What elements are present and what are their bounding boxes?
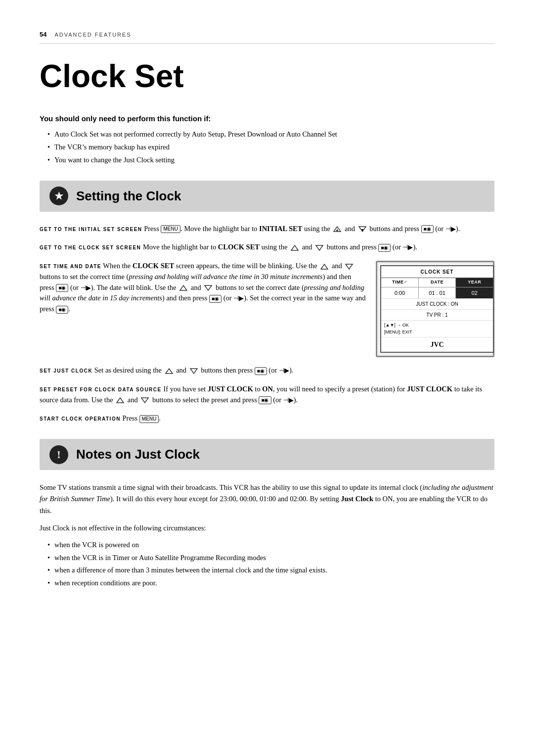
notes-bullets: when the VCR is powered on when the VCR … <box>40 540 494 589</box>
ok-button6-icon: ■◉ <box>255 367 267 375</box>
vcr-title: CLOCK SET <box>381 266 493 278</box>
vcr-control-line2: [MENU]: EXIT <box>384 329 490 336</box>
vcr-year-val: 02 <box>456 287 493 299</box>
step3-block: SET TIME AND DATE When the CLOCK SET scr… <box>40 261 494 357</box>
section2-header: ! Notes on Just Clock <box>40 439 494 470</box>
step6-block: START CLOCK OPERATION Press MENU. <box>40 413 494 424</box>
section-label: ADVANCED FEATURES <box>54 31 131 39</box>
notes-para2: Just Clock is not effective in the follo… <box>40 522 494 534</box>
vcr-screen-image: CLOCK SET TIME♂ DATE YEAR 0:00 01 . 01 0… <box>376 261 494 357</box>
down-arrow6-icon <box>139 396 150 405</box>
section2-title: Notes on Just Clock <box>76 445 200 464</box>
svg-marker-9 <box>205 285 212 290</box>
step4-text: Set as desired using the and buttons the… <box>94 366 294 374</box>
step3-content: When the CLOCK SET screen appears, the t… <box>40 262 366 313</box>
vcr-col-time: TIME♂ <box>381 278 419 287</box>
enter4-icon: ⊣▶ <box>233 294 244 302</box>
down-arrow2-icon <box>314 243 325 252</box>
svg-text:▲: ▲ <box>336 228 339 232</box>
up-arrow-icon: ▲ <box>332 225 343 234</box>
ok-button7-icon: ■◉ <box>259 396 271 404</box>
step2-text: Move the highlight bar to CLOCK SET usin… <box>143 243 417 251</box>
menu-button-icon: MENU <box>161 225 180 233</box>
step6-text: Press MENU. <box>123 414 161 422</box>
vcr-control-line1: [▲▼] → OK <box>384 322 490 329</box>
warning-bullet-3: You want to change the Just Clock settin… <box>47 155 494 166</box>
step1-text: Press MENU. Move the highlight bar to IN… <box>144 225 460 233</box>
vcr-time-val: 0:00 <box>381 287 419 299</box>
ok-button5-icon: ■◉ <box>56 306 68 314</box>
svg-marker-5 <box>316 245 323 250</box>
vcr-col-year: YEAR <box>456 278 493 287</box>
ok-button4-icon: ■◉ <box>209 295 222 303</box>
section1-header: ★ Setting the Clock <box>40 181 494 212</box>
step6-label: START CLOCK OPERATION <box>40 416 121 422</box>
ok-button-icon: ■◉ <box>421 225 434 233</box>
down-arrow5-icon <box>188 367 199 376</box>
enter-icon: ⊣▶ <box>445 225 456 233</box>
svg-marker-10 <box>166 369 173 374</box>
vcr-tv-pr: TV PR : 1 <box>381 310 493 321</box>
warning-title: You should only need to perform this fun… <box>40 113 494 125</box>
svg-marker-13 <box>141 398 148 403</box>
step2-block: GET TO THE CLOCK SET SCREEN Move the hig… <box>40 242 494 253</box>
down-arrow3-icon <box>344 262 355 271</box>
up-arrow2-icon <box>289 243 300 252</box>
up-arrow6-icon <box>115 396 126 405</box>
up-arrow3-icon <box>319 262 330 271</box>
ok-button2-icon: ■◉ <box>378 244 391 252</box>
notes-bullet-2: when the VCR is in Timer or Auto Satelli… <box>47 553 494 564</box>
vcr-controls: [▲▼] → OK [MENU]: EXIT <box>381 321 493 337</box>
step4-block: SET JUST CLOCK Set as desired using the … <box>40 365 494 376</box>
svg-text:▼: ▼ <box>360 228 364 232</box>
ok-button3-icon: ■◉ <box>56 284 68 292</box>
enter6-icon: ⊣▶ <box>283 396 294 404</box>
page-number: 54 <box>40 30 46 40</box>
vcr-data-row: 0:00 01 . 01 02 <box>381 287 493 299</box>
warning-bullets: Auto Clock Set was not performed correct… <box>40 129 494 165</box>
vcr-col-headers: TIME♂ DATE YEAR <box>381 278 493 287</box>
notes-bullet-4: when reception conditions are poor. <box>47 578 494 589</box>
step2-label: GET TO THE CLOCK SET SCREEN <box>40 245 141 250</box>
step3-label: SET TIME AND DATE <box>40 264 101 269</box>
vcr-col-date: DATE <box>419 278 456 287</box>
vcr-brand: JVC <box>381 337 493 352</box>
warning-box: You should only need to perform this fun… <box>40 113 494 166</box>
up-arrow4-icon <box>178 284 189 292</box>
section1-title: Setting the Clock <box>76 187 181 206</box>
svg-marker-7 <box>346 264 353 269</box>
step4-label: SET JUST CLOCK <box>40 368 92 374</box>
up-arrow5-icon <box>164 367 175 376</box>
warning-bullet-1: Auto Clock Set was not performed correct… <box>47 129 494 140</box>
enter2-icon: ⊣▶ <box>402 243 413 251</box>
vcr-outer-frame: CLOCK SET TIME♂ DATE YEAR 0:00 01 . 01 0… <box>376 261 494 357</box>
vcr-just-clock: JUST CLOCK : ON <box>381 299 493 310</box>
step1-block: GET TO THE INITIAL SET SCREEN Press MENU… <box>40 224 494 235</box>
enter3-icon: ⊣▶ <box>81 284 91 291</box>
enter5-icon: ⊣▶ <box>279 367 289 374</box>
section2-icon: ! <box>49 445 68 464</box>
svg-marker-12 <box>117 398 124 403</box>
page-header: 54 ADVANCED FEATURES <box>40 30 494 44</box>
svg-marker-4 <box>291 245 298 250</box>
page-title: Clock Set <box>40 59 494 94</box>
section1-icon: ★ <box>49 187 68 205</box>
svg-marker-8 <box>180 285 187 290</box>
vcr-screen: CLOCK SET TIME♂ DATE YEAR 0:00 01 . 01 0… <box>380 265 494 353</box>
svg-marker-11 <box>190 369 197 374</box>
step1-label: GET TO THE INITIAL SET SCREEN <box>40 227 142 232</box>
down-arrow4-icon <box>203 284 214 292</box>
vcr-date-val: 01 . 01 <box>419 287 456 299</box>
notes-para1: Some TV stations transmit a time signal … <box>40 482 494 517</box>
menu-button2-icon: MENU <box>139 415 159 423</box>
warning-bullet-2: The VCR’s memory backup has expired <box>47 142 494 153</box>
step5-label: SET PRESET FOR CLOCK DATA SOURCE <box>40 387 162 392</box>
notes-bullet-1: when the VCR is powered on <box>47 540 494 551</box>
notes-section: Some TV stations transmit a time signal … <box>40 482 494 589</box>
down-arrow-icon: ▼ <box>357 225 368 234</box>
svg-marker-6 <box>321 264 328 269</box>
notes-bullet-3: when a difference of more than 3 minutes… <box>47 565 494 576</box>
step5-block: SET PRESET FOR CLOCK DATA SOURCE If you … <box>40 384 494 406</box>
step3-text: SET TIME AND DATE When the CLOCK SET scr… <box>40 261 366 315</box>
